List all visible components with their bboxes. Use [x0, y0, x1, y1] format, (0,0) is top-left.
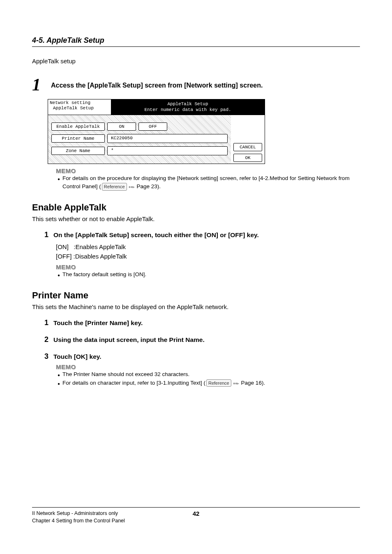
printer-name-desc: This sets the Machine's name to be displ…	[32, 303, 360, 310]
printer-step-1: 1 Touch the [Printer Name] key.	[44, 319, 360, 327]
memo-line-2: ● For details on character input, refer …	[56, 379, 360, 387]
device-subtitle: Enter numeric data with key pad.	[113, 107, 263, 113]
dots-icon: ●●▸	[233, 380, 239, 386]
device-title-bar: AppleTalk Setup Enter numeric data with …	[111, 99, 265, 115]
zone-name-row: Zone Name *	[51, 146, 228, 155]
on-button[interactable]: ON	[107, 122, 136, 131]
device-side-buttons: CANCEL OK	[231, 115, 265, 164]
option-off: [OFF] :Disables AppleTalk	[56, 252, 360, 261]
page-footer: II Network Setup - Administrators only C…	[32, 507, 360, 524]
step-number: 3	[44, 352, 53, 361]
page-number: 42	[193, 510, 200, 517]
memo-block-1: MEMO ● For details on the procedure for …	[56, 167, 360, 191]
device-screenshot: Network setting AppleTalk Setup AppleTal…	[48, 99, 265, 164]
printer-step-2: 2 Using the data input screen, input the…	[44, 335, 360, 344]
enable-step-1: 1 On the [AppleTalk Setup] screen, touch…	[44, 231, 360, 239]
major-step-text: Access the [AppleTalk Setup] screen from…	[51, 76, 263, 89]
bullet-icon: ●	[58, 272, 60, 278]
memo-line: ● The factory default setting is [ON].	[56, 270, 360, 279]
document-page: 4-5. AppleTalk Setup AppleTalk setup 1 A…	[0, 0, 392, 554]
step-text: Touch [OK] key.	[53, 352, 101, 360]
step-text: Using the data input screen, input the P…	[53, 335, 205, 344]
enable-appletalk-row: Enable AppleTalk ON OFF	[51, 122, 228, 131]
device-main: Enable AppleTalk ON OFF Printer Name KC2…	[48, 115, 231, 164]
printer-name-row: Printer Name KC220050	[51, 134, 228, 143]
enable-appletalk-label: Enable AppleTalk	[51, 122, 105, 131]
breadcrumb-top: Network setting	[50, 100, 109, 106]
printer-name-button[interactable]: Printer Name	[51, 134, 105, 143]
section-header: 4-5. AppleTalk Setup	[32, 36, 360, 47]
footer-left: II Network Setup - Administrators only C…	[32, 510, 125, 524]
bullet-icon: ●	[58, 176, 60, 182]
reference-badge: Reference	[206, 379, 231, 387]
step-number: 2	[44, 335, 53, 344]
step-text: On the [AppleTalk Setup] screen, touch e…	[53, 231, 259, 239]
memo-title: MEMO	[56, 263, 360, 270]
memo-block-2: MEMO ● The factory default setting is [O…	[56, 263, 360, 279]
step-number: 1	[44, 319, 53, 327]
enable-appletalk-desc: This sets whether or not to enable Apple…	[32, 215, 360, 222]
option-on: [ON] :Enables AppleTalk	[56, 242, 360, 252]
printer-name-value: KC220050	[107, 134, 228, 143]
device-header: Network setting AppleTalk Setup AppleTal…	[48, 99, 265, 115]
intro-text: AppleTalk setup	[32, 58, 360, 65]
memo-line: ● For details on the procedure for displ…	[56, 174, 360, 191]
bullet-icon: ●	[58, 381, 60, 387]
step-text: Touch the [Printer Name] key.	[53, 319, 143, 327]
device-title: AppleTalk Setup	[113, 101, 263, 107]
cancel-button[interactable]: CANCEL	[233, 143, 262, 151]
device-breadcrumb: Network setting AppleTalk Setup	[48, 99, 111, 115]
zone-name-value: *	[107, 146, 228, 155]
dots-icon: ●●▸	[129, 184, 134, 190]
printer-step-3: 3 Touch [OK] key.	[44, 352, 360, 361]
memo-text: The factory default setting is [ON].	[62, 270, 146, 279]
ok-button[interactable]: OK	[233, 154, 262, 162]
memo-text: For details on the procedure for display…	[62, 174, 350, 191]
device-body: Enable AppleTalk ON OFF Printer Name KC2…	[48, 115, 265, 164]
bullet-icon: ●	[58, 372, 60, 378]
footer-line-2: Chapter 4 Setting from the Control Panel	[32, 517, 125, 525]
reference-badge: Reference	[102, 183, 127, 191]
step-number: 1	[44, 231, 53, 239]
memo-title: MEMO	[56, 167, 360, 174]
on-off-options: [ON] :Enables AppleTalk [OFF] :Disables …	[56, 242, 360, 261]
memo-line-1: ● The Printer Name should not exceed 32 …	[56, 370, 360, 379]
memo-block-3: MEMO ● The Printer Name should not excee…	[56, 363, 360, 387]
printer-name-heading: Printer Name	[32, 290, 360, 301]
memo-text: For details on character input, refer to…	[62, 379, 265, 387]
major-step-1: 1 Access the [AppleTalk Setup] screen fr…	[32, 76, 360, 93]
memo-text: The Printer Name should not exceed 32 ch…	[62, 370, 189, 379]
major-step-number: 1	[32, 76, 44, 93]
zone-name-button[interactable]: Zone Name	[51, 147, 105, 155]
memo-title: MEMO	[56, 363, 360, 370]
enable-appletalk-heading: Enable AppleTalk	[32, 202, 360, 213]
off-button[interactable]: OFF	[138, 122, 167, 131]
breadcrumb-sub: AppleTalk Setup	[50, 106, 109, 111]
footer-line-1: II Network Setup - Administrators only	[32, 510, 125, 517]
